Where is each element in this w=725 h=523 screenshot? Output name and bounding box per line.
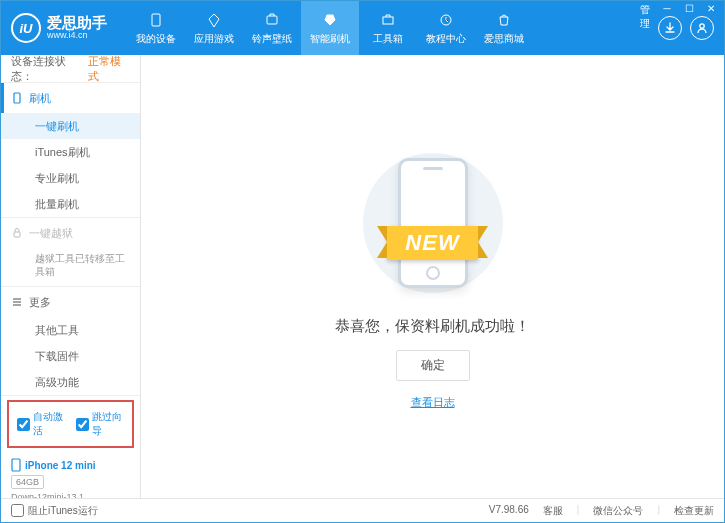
lock-icon [11, 227, 23, 239]
checkbox-row: 自动激活 跳过向导 [7, 400, 134, 448]
sidebar-head-jailbreak[interactable]: 一键越狱 [1, 218, 140, 248]
maximize-icon[interactable]: ☐ [682, 3, 696, 31]
view-log-link[interactable]: 查看日志 [411, 395, 455, 410]
device-storage: 64GB [11, 475, 44, 489]
device-icon [11, 458, 21, 472]
svg-rect-1 [267, 16, 277, 24]
nav-1[interactable]: 应用游戏 [185, 1, 243, 55]
footer-link-update[interactable]: 检查更新 [674, 504, 714, 518]
sidebar: 设备连接状态： 正常模式 刷机 一键刷机iTunes刷机专业刷机批量刷机 一键越… [1, 55, 141, 498]
sidebar-head-more[interactable]: 更多 [1, 287, 140, 317]
sidebar-item-flash-1[interactable]: iTunes刷机 [1, 139, 140, 165]
logo-icon: iU [11, 13, 41, 43]
logo[interactable]: iU 爱思助手 www.i4.cn [11, 13, 107, 43]
app-url: www.i4.cn [47, 31, 107, 41]
version: V7.98.66 [489, 504, 529, 518]
close-icon[interactable]: ✕ [704, 3, 718, 31]
checkbox-skip[interactable]: 跳过向导 [76, 410, 125, 438]
header: iU 爱思助手 www.i4.cn 我的设备应用游戏铃声壁纸智能刷机工具箱教程中… [1, 1, 724, 55]
sidebar-item-more-1[interactable]: 下载固件 [1, 343, 140, 369]
footer-link-support[interactable]: 客服 [543, 504, 563, 518]
sidebar-head-flash[interactable]: 刷机 [1, 83, 140, 113]
status-label: 设备连接状态： [11, 55, 84, 84]
svg-rect-6 [14, 232, 20, 237]
window-controls: 管 理 ─ ☐ ✕ [638, 3, 718, 31]
footer-link-wechat[interactable]: 微信公众号 [593, 504, 643, 518]
sidebar-item-flash-2[interactable]: 专业刷机 [1, 165, 140, 191]
sidebar-item-flash-0[interactable]: 一键刷机 [1, 113, 140, 139]
svg-rect-7 [12, 459, 20, 471]
nav-6[interactable]: 爱思商城 [475, 1, 533, 55]
minimize-icon[interactable]: ─ [660, 3, 674, 31]
jailbreak-note: 越狱工具已转移至工具箱 [1, 248, 140, 286]
nav-3[interactable]: 智能刷机 [301, 1, 359, 55]
footer: 阻止iTunes运行 V7.98.66 客服 | 微信公众号 | 检查更新 [1, 498, 724, 522]
nav-4[interactable]: 工具箱 [359, 1, 417, 55]
checkbox-auto[interactable]: 自动激活 [17, 410, 66, 438]
nav-2[interactable]: 铃声壁纸 [243, 1, 301, 55]
device-info[interactable]: iPhone 12 mini 64GB Down-12mini-13,1 [1, 452, 140, 498]
svg-rect-0 [152, 14, 160, 26]
nav-5[interactable]: 教程中心 [417, 1, 475, 55]
app-name: 爱思助手 [47, 15, 107, 32]
device-sub: Down-12mini-13,1 [11, 492, 130, 498]
sidebar-item-more-2[interactable]: 高级功能 [1, 369, 140, 395]
status-value: 正常模式 [88, 55, 130, 84]
nav: 我的设备应用游戏铃声壁纸智能刷机工具箱教程中心爱思商城 [127, 1, 533, 55]
phone-icon [11, 92, 23, 104]
sidebar-item-flash-3[interactable]: 批量刷机 [1, 191, 140, 217]
success-illustration: NEW [343, 143, 523, 303]
sidebar-item-more-0[interactable]: 其他工具 [1, 317, 140, 343]
menu-icon [11, 296, 23, 308]
nav-0[interactable]: 我的设备 [127, 1, 185, 55]
svg-rect-2 [383, 17, 393, 24]
new-ribbon: NEW [387, 226, 477, 260]
success-message: 恭喜您，保资料刷机成功啦！ [335, 317, 530, 336]
manage-link[interactable]: 管 理 [638, 3, 652, 31]
status-bar: 设备连接状态： 正常模式 [1, 55, 140, 83]
svg-rect-5 [14, 93, 20, 103]
block-itunes-checkbox[interactable]: 阻止iTunes运行 [11, 504, 98, 518]
confirm-button[interactable]: 确定 [396, 350, 470, 381]
main-content: NEW 恭喜您，保资料刷机成功啦！ 确定 查看日志 [141, 55, 724, 498]
